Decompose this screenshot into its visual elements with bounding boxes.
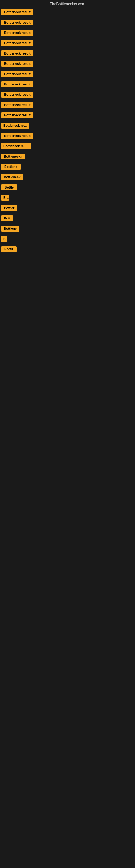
- bottleneck-result-button-3[interactable]: Bottleneck result: [1, 30, 34, 36]
- button-row-5: Bottleneck result: [0, 48, 135, 59]
- button-row-8: Bottleneck result: [0, 79, 135, 90]
- button-row-10: Bottleneck result: [0, 100, 135, 110]
- bottleneck-result-button-16[interactable]: Bottlene: [1, 164, 20, 170]
- bottleneck-result-button-6[interactable]: Bottleneck result: [1, 61, 34, 67]
- button-row-12: Bottleneck result: [0, 120, 135, 131]
- button-row-20: Bottler: [0, 203, 135, 213]
- bottleneck-result-button-22[interactable]: Bottlene: [1, 226, 19, 231]
- bottleneck-result-button-12[interactable]: Bottleneck result: [1, 123, 30, 129]
- bottleneck-result-button-4[interactable]: Bottleneck result: [1, 40, 34, 46]
- button-row-18: Bottle: [0, 182, 135, 193]
- bottleneck-result-button-17[interactable]: Bottleneck: [1, 174, 23, 180]
- button-row-17: Bottleneck: [0, 172, 135, 182]
- bottleneck-result-button-24[interactable]: Bottle: [1, 246, 17, 252]
- button-row-22: Bottlene: [0, 223, 135, 234]
- site-title-container: TheBottlenecker.com: [0, 0, 135, 7]
- button-row-19: Bo: [0, 193, 135, 203]
- button-row-6: Bottleneck result: [0, 59, 135, 69]
- button-row-15: Bottleneck r: [0, 151, 135, 162]
- button-row-7: Bottleneck result: [0, 69, 135, 79]
- buttons-container: Bottleneck resultBottleneck resultBottle…: [0, 7, 135, 254]
- bottleneck-result-button-18[interactable]: Bottle: [1, 184, 17, 190]
- button-row-16: Bottlene: [0, 162, 135, 172]
- bottleneck-result-button-19[interactable]: Bo: [1, 195, 9, 201]
- button-row-14: Bottleneck result: [0, 141, 135, 151]
- button-row-24: Bottle: [0, 244, 135, 254]
- bottleneck-result-button-8[interactable]: Bottleneck result: [1, 82, 34, 87]
- bottleneck-result-button-11[interactable]: Bottleneck result: [1, 112, 34, 118]
- button-row-2: Bottleneck result: [0, 18, 135, 28]
- button-row-9: Bottleneck result: [0, 90, 135, 100]
- bottleneck-result-button-1[interactable]: Bottleneck result: [1, 9, 34, 15]
- bottleneck-result-button-15[interactable]: Bottleneck r: [1, 154, 26, 159]
- bottleneck-result-button-2[interactable]: Bottleneck result: [1, 20, 34, 26]
- button-row-23: B: [0, 234, 135, 244]
- button-row-4: Bottleneck result: [0, 38, 135, 48]
- button-row-21: Bott: [0, 213, 135, 223]
- bottleneck-result-button-14[interactable]: Bottleneck result: [1, 143, 31, 149]
- bottleneck-result-button-21[interactable]: Bott: [1, 215, 13, 221]
- button-row-13: Bottleneck result: [0, 131, 135, 141]
- bottleneck-result-button-5[interactable]: Bottleneck result: [1, 51, 34, 56]
- bottleneck-result-button-13[interactable]: Bottleneck result: [1, 133, 34, 139]
- bottleneck-result-button-10[interactable]: Bottleneck result: [1, 102, 34, 108]
- bottleneck-result-button-9[interactable]: Bottleneck result: [1, 92, 34, 98]
- bottleneck-result-button-20[interactable]: Bottler: [1, 205, 17, 211]
- site-title: TheBottlenecker.com: [0, 0, 135, 7]
- bottleneck-result-button-23[interactable]: B: [1, 236, 7, 242]
- bottleneck-result-button-7[interactable]: Bottleneck result: [1, 71, 34, 77]
- button-row-1: Bottleneck result: [0, 7, 135, 18]
- button-row-3: Bottleneck result: [0, 28, 135, 38]
- button-row-11: Bottleneck result: [0, 110, 135, 120]
